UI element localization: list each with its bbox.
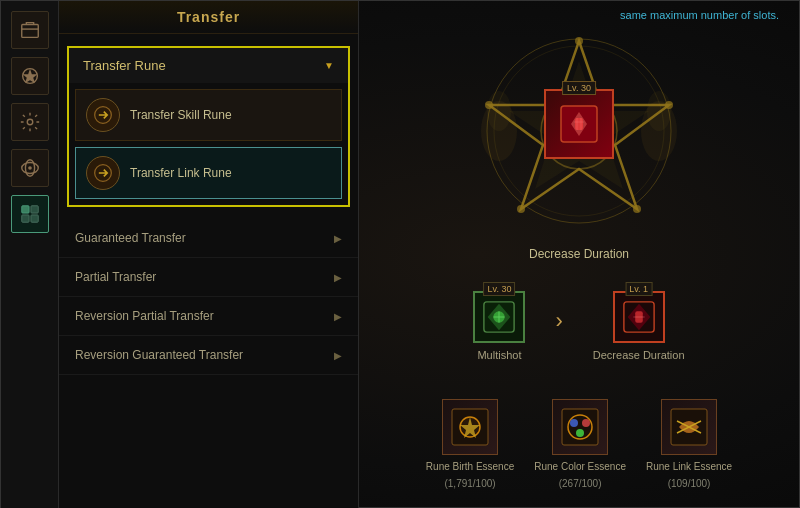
sidebar-icon-effects[interactable] [11,149,49,187]
menu-partial-transfer[interactable]: Partial Transfer ▶ [59,258,358,297]
svg-point-19 [633,205,641,213]
essence-birth: Rune Birth Essence (1,791/100) [426,399,514,489]
rune-link-name: Rune Link Essence [646,461,732,472]
guaranteed-transfer-arrow: ▶ [334,233,342,244]
reversion-guaranteed-arrow: ▶ [334,350,342,361]
transfer-rune-header[interactable]: Transfer Rune ▼ [69,48,348,83]
partial-transfer-label: Partial Transfer [75,270,156,284]
center-skill-name: Decrease Duration [529,247,629,261]
svg-point-39 [570,419,578,427]
skill-rune-icon [86,98,120,132]
source-rune-box: Lv. 30 [473,291,525,343]
rune-link-count: (109/100) [668,478,711,489]
transfer-arrow-area: Lv. 30 Multishot › Lv. 1 [379,291,779,361]
partial-transfer-arrow: ▶ [334,272,342,283]
right-content: same maximum number of slots. [359,1,799,508]
transfer-arrow-icon: › [555,308,562,334]
transfer-panel: Transfer Transfer Rune ▼ Transfer Skill … [59,1,359,508]
rune-item-link[interactable]: Transfer Link Rune [75,147,342,199]
svg-point-25 [487,91,511,131]
star-emblem: Lv. 30 [479,31,679,231]
svg-rect-28 [575,118,583,130]
rune-item-skill[interactable]: Transfer Skill Rune [75,89,342,141]
menu-guaranteed-transfer[interactable]: Guaranteed Transfer ▶ [59,219,358,258]
sidebar-icon-rune-transfer[interactable] [11,195,49,233]
transfer-rune-label: Transfer Rune [83,58,166,73]
reversion-partial-label: Reversion Partial Transfer [75,309,214,323]
target-rune-box: Lv. 1 [613,291,665,343]
emblem-area: Lv. 30 Decrease Duration [479,31,679,231]
center-rune-level: Lv. 30 [562,81,596,95]
svg-rect-10 [30,215,37,222]
rune-link-icon [661,399,717,455]
source-rune-level: Lv. 30 [484,282,516,296]
svg-rect-0 [21,25,38,38]
main-container: Transfer Transfer Rune ▼ Transfer Skill … [0,0,800,508]
svg-point-41 [576,429,584,437]
top-notice-text: same maximum number of slots. [359,1,799,29]
svg-point-3 [27,119,33,125]
rune-color-name: Rune Color Essence [534,461,626,472]
svg-rect-7 [21,206,28,213]
source-rune: Lv. 30 Multishot [473,291,525,361]
left-sidebar [1,1,59,508]
sidebar-icon-skills[interactable] [11,57,49,95]
link-rune-icon [86,156,120,190]
svg-point-6 [28,166,32,170]
sidebar-icon-settings[interactable] [11,103,49,141]
sidebar-icon-inventory[interactable] [11,11,49,49]
target-rune-name: Decrease Duration [593,349,685,361]
rune-birth-name: Rune Birth Essence [426,461,514,472]
link-rune-label: Transfer Link Rune [130,166,232,180]
skill-rune-label: Transfer Skill Rune [130,108,232,122]
transfer-rune-items: Transfer Skill Rune Transfer Link Rune [69,83,348,205]
center-rune-card: Lv. 30 [544,89,614,159]
guaranteed-transfer-label: Guaranteed Transfer [75,231,186,245]
reversion-guaranteed-label: Reversion Guaranteed Transfer [75,348,243,362]
source-rune-name: Multishot [477,349,521,361]
rune-color-count: (267/100) [559,478,602,489]
transfer-rune-section: Transfer Rune ▼ Transfer Skill Rune [67,46,350,207]
essence-row: Rune Birth Essence (1,791/100) Rune Colo… [379,399,779,489]
menu-reversion-guaranteed-transfer[interactable]: Reversion Guaranteed Transfer ▶ [59,336,358,375]
essence-link: Rune Link Essence (109/100) [646,399,732,489]
svg-rect-9 [21,215,28,222]
panel-title: Transfer [59,1,358,34]
svg-point-17 [575,37,583,45]
menu-reversion-partial-transfer[interactable]: Reversion Partial Transfer ▶ [59,297,358,336]
rune-birth-icon [442,399,498,455]
rune-birth-count: (1,791/100) [444,478,495,489]
dropdown-arrow-icon: ▼ [324,60,334,71]
svg-point-26 [647,91,671,131]
target-rune: Lv. 1 Decrease Duration [593,291,685,361]
svg-rect-8 [30,206,37,213]
svg-point-20 [517,205,525,213]
svg-point-40 [582,419,590,427]
essence-color: Rune Color Essence (267/100) [534,399,626,489]
rune-color-icon [552,399,608,455]
reversion-partial-arrow: ▶ [334,311,342,322]
target-rune-level: Lv. 1 [625,282,652,296]
